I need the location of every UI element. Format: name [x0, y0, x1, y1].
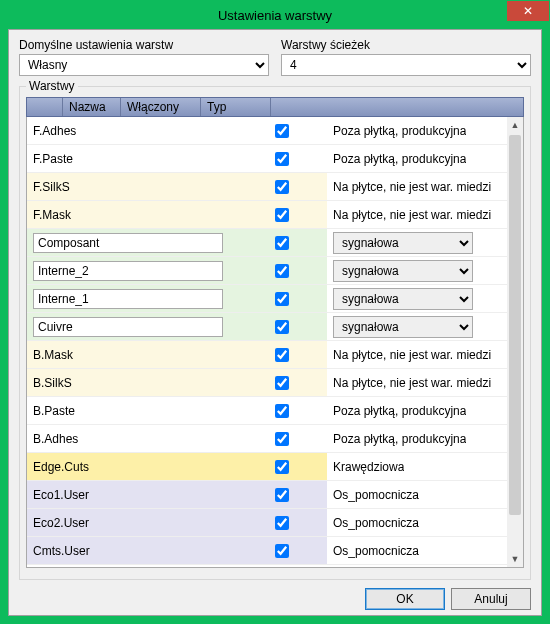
layer-type-select[interactable]: sygnałowa	[333, 260, 473, 282]
layer-enabled-cell	[237, 173, 327, 200]
layer-name-label: F.Adhes	[33, 124, 76, 138]
layer-enabled-checkbox[interactable]	[275, 292, 289, 306]
layer-type-label: Poza płytką, produkcyjna	[333, 432, 466, 446]
layer-enabled-cell	[237, 201, 327, 228]
vertical-scrollbar[interactable]: ▲ ▼	[507, 117, 523, 567]
table-row: Eco1.UserOs_pomocnicza	[27, 481, 507, 509]
layer-type-select[interactable]: sygnałowa	[333, 316, 473, 338]
layer-type-label: Na płytce, nie jest war. miedzi	[333, 180, 491, 194]
layer-enabled-cell	[237, 397, 327, 424]
layer-name-input[interactable]	[33, 261, 223, 281]
layer-type-cell: Krawędziowa	[327, 453, 507, 480]
titlebar[interactable]: Ustawienia warstwy ✕	[1, 1, 549, 29]
layer-enabled-checkbox[interactable]	[275, 544, 289, 558]
layer-enabled-checkbox[interactable]	[275, 320, 289, 334]
layer-type-cell: sygnałowa	[327, 285, 507, 312]
table-row: Cmts.UserOs_pomocnicza	[27, 537, 507, 565]
dialog-window: Ustawienia warstwy ✕ Domyślne ustawienia…	[0, 0, 550, 624]
close-button[interactable]: ✕	[507, 1, 549, 21]
layer-enabled-checkbox[interactable]	[275, 208, 289, 222]
table-row: sygnałowa	[27, 229, 507, 257]
preset-select[interactable]: Własny	[19, 54, 269, 76]
layer-name-label: B.Mask	[33, 348, 73, 362]
layer-type-select[interactable]: sygnałowa	[333, 232, 473, 254]
layer-name-label: Eco2.User	[33, 516, 89, 530]
layer-enabled-checkbox[interactable]	[275, 180, 289, 194]
layer-name-cell	[27, 257, 237, 284]
layer-name-cell: B.Mask	[27, 341, 237, 368]
layer-name-cell	[27, 285, 237, 312]
layer-enabled-checkbox[interactable]	[275, 432, 289, 446]
layer-enabled-cell	[237, 313, 327, 340]
groupbox-title: Warstwy	[26, 79, 78, 93]
table-row: sygnałowa	[27, 285, 507, 313]
list-body: F.AdhesPoza płytką, produkcyjnaF.PastePo…	[26, 117, 524, 568]
ok-button[interactable]: OK	[365, 588, 445, 610]
cancel-button[interactable]: Anuluj	[451, 588, 531, 610]
tracks-select[interactable]: 4	[281, 54, 531, 76]
scroll-thumb[interactable]	[509, 135, 521, 515]
scroll-down-arrow-icon[interactable]: ▼	[507, 551, 523, 567]
layer-name-cell: F.Adhes	[27, 117, 237, 144]
layer-enabled-cell	[237, 425, 327, 452]
header-enabled[interactable]: Włączony	[121, 98, 201, 116]
table-row: Edge.CutsKrawędziowa	[27, 453, 507, 481]
layer-name-cell: Edge.Cuts	[27, 453, 237, 480]
layer-enabled-checkbox[interactable]	[275, 460, 289, 474]
layer-enabled-checkbox[interactable]	[275, 348, 289, 362]
layer-name-input[interactable]	[33, 233, 223, 253]
layer-type-select[interactable]: sygnałowa	[333, 288, 473, 310]
layer-name-cell: Eco2.User	[27, 509, 237, 536]
layer-type-cell: sygnałowa	[327, 257, 507, 284]
table-row: B.AdhesPoza płytką, produkcyjna	[27, 425, 507, 453]
layer-enabled-checkbox[interactable]	[275, 516, 289, 530]
layer-enabled-cell	[237, 509, 327, 536]
layer-type-cell: sygnałowa	[327, 229, 507, 256]
layer-name-label: Eco1.User	[33, 488, 89, 502]
window-title: Ustawienia warstwy	[218, 8, 332, 23]
layer-name-cell: B.Paste	[27, 397, 237, 424]
layer-type-label: Os_pomocnicza	[333, 544, 419, 558]
layer-name-label: B.Adhes	[33, 432, 78, 446]
layer-name-cell: F.SilkS	[27, 173, 237, 200]
layer-enabled-checkbox[interactable]	[275, 236, 289, 250]
layer-type-label: Krawędziowa	[333, 460, 404, 474]
layer-type-label: Na płytce, nie jest war. miedzi	[333, 376, 491, 390]
layer-name-input[interactable]	[33, 317, 223, 337]
layer-enabled-checkbox[interactable]	[275, 376, 289, 390]
layer-enabled-checkbox[interactable]	[275, 404, 289, 418]
layer-type-cell: Na płytce, nie jest war. miedzi	[327, 369, 507, 396]
table-row: F.SilkSNa płytce, nie jest war. miedzi	[27, 173, 507, 201]
layer-enabled-checkbox[interactable]	[275, 152, 289, 166]
layer-type-label: Poza płytką, produkcyjna	[333, 404, 466, 418]
table-row: F.PastePoza płytką, produkcyjna	[27, 145, 507, 173]
header-type[interactable]: Typ	[201, 98, 271, 116]
layer-name-cell	[27, 313, 237, 340]
layer-type-cell: Os_pomocnicza	[327, 509, 507, 536]
scroll-up-arrow-icon[interactable]: ▲	[507, 117, 523, 133]
layer-name-cell: F.Paste	[27, 145, 237, 172]
layer-type-cell: Os_pomocnicza	[327, 537, 507, 564]
layer-enabled-cell	[237, 229, 327, 256]
layer-enabled-cell	[237, 285, 327, 312]
client-area: Domyślne ustawienia warstw Własny Warstw…	[8, 29, 542, 616]
table-row: F.AdhesPoza płytką, produkcyjna	[27, 117, 507, 145]
layer-name-label: F.SilkS	[33, 180, 70, 194]
layer-enabled-cell	[237, 257, 327, 284]
layer-type-cell: Poza płytką, produkcyjna	[327, 425, 507, 452]
preset-label: Domyślne ustawienia warstw	[19, 38, 269, 52]
table-row: sygnałowa	[27, 313, 507, 341]
layer-enabled-cell	[237, 369, 327, 396]
layer-enabled-checkbox[interactable]	[275, 264, 289, 278]
layer-enabled-cell	[237, 145, 327, 172]
layer-name-cell: B.Adhes	[27, 425, 237, 452]
layer-enabled-checkbox[interactable]	[275, 124, 289, 138]
table-row: B.PastePoza płytką, produkcyjna	[27, 397, 507, 425]
table-row: Eco2.UserOs_pomocnicza	[27, 509, 507, 537]
layer-name-label: F.Paste	[33, 152, 73, 166]
layer-type-label: Os_pomocnicza	[333, 488, 419, 502]
layer-name-input[interactable]	[33, 289, 223, 309]
table-row: B.MaskNa płytce, nie jest war. miedzi	[27, 341, 507, 369]
header-name[interactable]: Nazwa	[63, 98, 121, 116]
layer-enabled-checkbox[interactable]	[275, 488, 289, 502]
